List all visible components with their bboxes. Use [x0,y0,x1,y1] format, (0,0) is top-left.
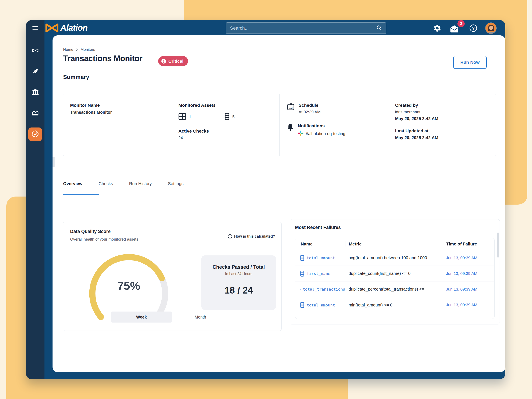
column-icon [300,271,304,277]
notifications-label: Notifications [298,123,380,128]
bell-icon [287,123,294,137]
notification-count-badge[interactable]: 3 [457,20,465,27]
data-quality-title: Data Quality Score [70,229,111,234]
table-asset-icon [178,113,186,121]
failure-name-link[interactable]: total_amount [295,255,345,261]
monitor-name-label: Monitor Name [70,103,164,108]
failure-time-link[interactable]: Jun 13, 09:39 AM [443,271,494,276]
failure-row[interactable]: total_amount min(total_amount) >= 0 Jun … [295,297,494,313]
chevron-right-icon [75,48,78,51]
header-name: Name [295,241,345,247]
header-time: Time of Failure [443,241,494,247]
data-quality-subtitle: Overall health of your monitored assets [70,237,138,242]
feather-icon [32,68,39,76]
page-title: Transactions Monitor [63,54,142,63]
critical-status-label: Critical [168,59,184,64]
column-asset-icon [225,113,229,121]
created-by-name: idris merchant [395,110,489,114]
breadcrumb-home[interactable]: Home [63,47,73,52]
tab-settings[interactable]: Settings [168,181,184,188]
tab-divider-line [63,195,495,195]
alation-logo-text: Alation [60,23,88,33]
inbox-mail-icon[interactable] [450,25,459,34]
alation-logo-bowtie-icon [45,23,59,33]
search-icon[interactable] [376,25,382,32]
table-count: 1 [189,114,191,119]
sidebar-item-sources[interactable] [26,88,44,97]
failure-name-link[interactable]: first_name [295,271,345,277]
slack-icon [298,130,304,137]
sidebar-item-data-quality-active[interactable] [28,127,42,141]
hamburger-menu-icon[interactable] [32,26,38,30]
last-updated-label: Last Updated at [395,128,489,133]
monitored-assets-label: Monitored Assets [178,103,272,108]
search-input[interactable] [230,25,376,31]
checks-passed-box: Checks Passed / Total In Last 24 Hours 1… [201,255,276,310]
active-checks-value: 24 [178,136,272,140]
area-chart-icon [32,109,39,118]
failure-name-link[interactable]: total_amount [295,302,345,308]
sidebar-item-analytics[interactable] [26,109,44,118]
recent-failures-card: Most Recent Failures Name Metric Time of… [290,219,500,324]
last-updated-at: May 20, 2025 2:42 AM [395,135,489,140]
breadcrumb: Home Monitors [63,47,95,52]
summary-monitor-name-column: Monitor Name Transactions Monitor [63,94,171,156]
exclamation-circle-icon [161,58,166,64]
failures-table-header: Name Metric Time of Failure [295,238,494,250]
header-metric: Metric [345,241,443,247]
slack-channel[interactable]: #all-alation-dq-testing [306,131,345,136]
table-scrollbar-thumb[interactable] [497,233,499,258]
failure-name-link[interactable]: total_transactions [295,286,345,292]
breadcrumb-monitors[interactable]: Monitors [81,47,95,52]
settings-gear-icon[interactable] [433,24,442,33]
column-icon [300,286,301,292]
bank-icon [32,88,39,97]
svg-text:12: 12 [289,106,292,109]
sidebar-item-compose[interactable] [26,68,44,76]
summary-section-title: Summary [63,74,89,81]
user-avatar[interactable] [485,22,497,34]
column-count: 5 [232,114,235,119]
global-search[interactable] [226,22,386,34]
app-window: Alation 3 ? Home Monitors [26,20,505,379]
calendar-icon: 12 [287,103,295,114]
summary-assets-column: Monitored Assets 1 5 Active Checks 24 [171,94,279,156]
quality-badge-check-icon [31,129,40,139]
failure-time-link[interactable]: Jun 13, 09:39 AM [443,303,494,307]
tab-bar: Overview Checks Run History Settings [63,181,200,188]
run-now-button[interactable]: Run Now [453,56,487,69]
help-icon[interactable]: ? [469,24,478,33]
critical-status-badge: Critical [158,56,188,66]
created-at: May 20, 2025 2:42 AM [395,116,489,121]
failure-row[interactable]: total_amount avg(total_amount) between 1… [295,250,494,266]
recent-failures-title: Most Recent Failures [295,225,341,230]
info-icon [228,234,232,239]
column-icon [300,302,304,308]
failure-metric: avg(total_amount) between 100 and 1000 [345,255,443,260]
failure-metric: duplicate_count(first_name) <= 0 [345,271,443,276]
data-quality-card: Data Quality Score Overall health of you… [63,222,282,331]
failures-table: Name Metric Time of Failure total_amount… [295,238,494,319]
failure-time-link[interactable]: Jun 13, 09:39 AM [443,256,494,260]
alation-logo[interactable]: Alation [45,23,88,33]
toggle-week[interactable]: Week [111,311,172,323]
active-tab-underline [63,194,99,195]
toggle-month[interactable]: Month [181,311,219,323]
tab-run-history[interactable]: Run History [129,181,152,188]
failure-time-link[interactable]: Jun 13, 09:39 AM [443,287,494,292]
tab-checks[interactable]: Checks [98,181,113,188]
failure-row[interactable]: first_name duplicate_count(first_name) <… [295,266,494,281]
created-by-label: Created by [395,103,489,108]
sidebar-item-catalog[interactable] [26,47,44,55]
failure-metric: min(total_amount) >= 0 [345,303,443,308]
how-calculated-link[interactable]: How is this calculated? [228,234,275,239]
tab-overview[interactable]: Overview [63,181,82,188]
active-checks-label: Active Checks [178,129,272,134]
summary-schedule-column: 12 Schedule At 02:39 AM Notifications [279,94,388,156]
monitor-name-value: Transactions Monitor [70,110,164,115]
checks-passed-title: Checks Passed / Total [201,264,276,270]
schedule-label: Schedule [299,103,380,108]
svg-text:?: ? [472,26,475,31]
panel-handle[interactable] [52,157,55,167]
failure-row[interactable]: total_transactions duplicate_percent(tot… [295,281,494,297]
